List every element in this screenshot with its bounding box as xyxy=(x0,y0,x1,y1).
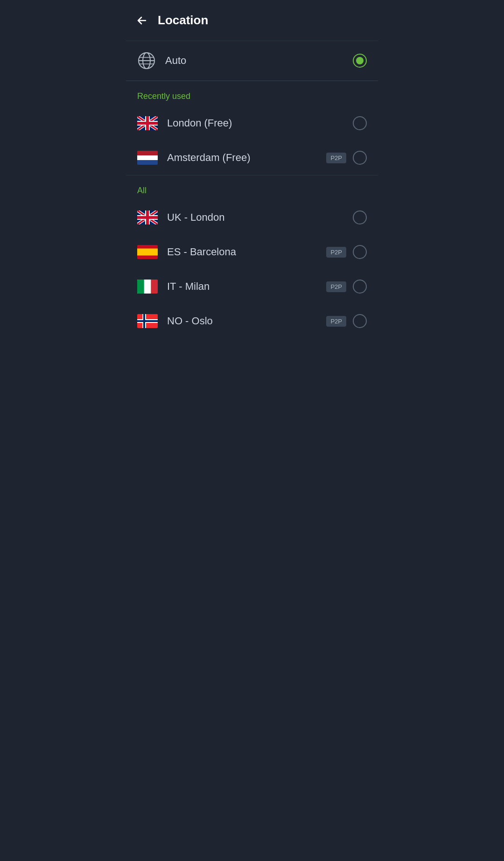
london-free-radio[interactable] xyxy=(353,116,367,130)
es-barcelona-label: ES - Barcelona xyxy=(167,246,326,258)
flag-nl xyxy=(137,151,158,165)
amsterdam-free-label: Amsterdam (Free) xyxy=(167,152,326,164)
svg-rect-16 xyxy=(137,160,158,165)
location-item-no-oslo[interactable]: NO - Oslo P2P xyxy=(126,304,378,338)
svg-rect-27 xyxy=(137,249,158,256)
svg-rect-13 xyxy=(137,122,158,125)
auto-label: Auto xyxy=(165,55,353,67)
amsterdam-free-radio[interactable] xyxy=(353,151,367,165)
it-milan-label: IT - Milan xyxy=(167,280,326,293)
no-oslo-radio[interactable] xyxy=(353,314,367,328)
no-oslo-label: NO - Oslo xyxy=(167,315,326,327)
header: Location xyxy=(126,0,378,41)
auto-radio-selected[interactable] xyxy=(353,54,367,68)
flag-uk-2 xyxy=(137,210,158,224)
es-barcelona-radio[interactable] xyxy=(353,245,367,259)
svg-rect-30 xyxy=(137,280,144,294)
flag-no xyxy=(137,314,158,328)
location-item-it-milan[interactable]: IT - Milan P2P xyxy=(126,269,378,304)
location-item-amsterdam-free[interactable]: Amsterdam (Free) P2P xyxy=(126,140,378,175)
london-free-label: London (Free) xyxy=(167,117,353,129)
flag-es xyxy=(137,245,158,259)
recently-used-section: Recently used London (Free) Amsterd xyxy=(126,81,378,175)
page-title: Location xyxy=(158,13,208,28)
auto-location-row[interactable]: Auto xyxy=(126,41,378,81)
svg-rect-14 xyxy=(137,151,158,155)
es-barcelona-p2p-badge: P2P xyxy=(326,247,346,258)
globe-icon xyxy=(137,51,156,70)
svg-rect-25 xyxy=(137,216,158,219)
location-item-es-barcelona[interactable]: ES - Barcelona P2P xyxy=(126,235,378,269)
all-section: All UK - London ES - Barcelona P2P xyxy=(126,175,378,338)
it-milan-radio[interactable] xyxy=(353,280,367,294)
all-header: All xyxy=(126,175,378,200)
uk-london-label: UK - London xyxy=(167,211,353,224)
location-item-london-free[interactable]: London (Free) xyxy=(126,106,378,140)
no-oslo-p2p-badge: P2P xyxy=(326,316,346,327)
flag-uk xyxy=(137,116,158,130)
it-milan-p2p-badge: P2P xyxy=(326,281,346,292)
svg-rect-15 xyxy=(137,155,158,160)
uk-london-radio[interactable] xyxy=(353,210,367,224)
back-button[interactable] xyxy=(135,14,148,27)
location-item-uk-london[interactable]: UK - London xyxy=(126,200,378,235)
svg-rect-35 xyxy=(137,320,158,322)
flag-it xyxy=(137,280,158,294)
amsterdam-p2p-badge: P2P xyxy=(326,153,346,163)
recently-used-header: Recently used xyxy=(126,81,378,106)
